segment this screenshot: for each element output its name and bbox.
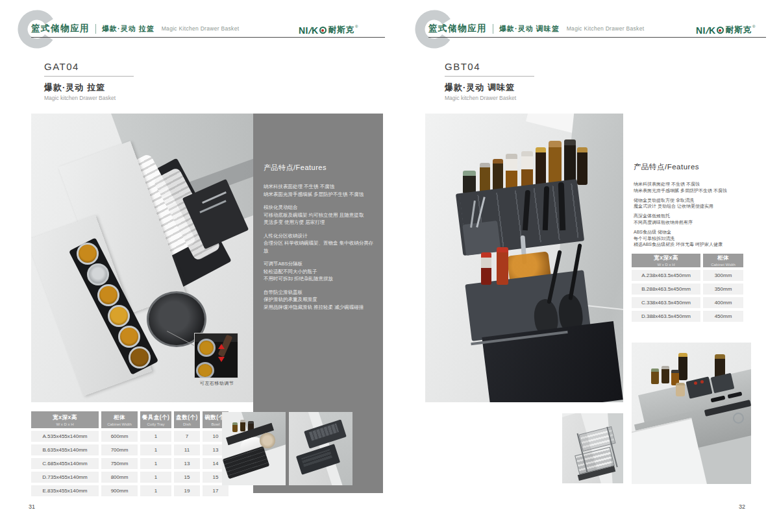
- table-header-cell: 宽x深x高W x D x H: [31, 411, 99, 428]
- right-product-block: GBT04 爆款·灵动 调味篮 Magic kitchen Drawer Bas…: [445, 61, 534, 101]
- logo-chinese-name: 耐斯克: [726, 25, 752, 36]
- product-name-en: Magic kitchen Drawer Basket: [445, 95, 534, 101]
- right-main-product-photo: [425, 114, 623, 402]
- spice-jar-shape: [676, 383, 685, 396]
- bottle-shape: [232, 422, 238, 432]
- table-cell: 350mm: [703, 284, 743, 295]
- feature-line: 保护滑轨的承重及顺滑度: [264, 296, 375, 304]
- left-product-block: GAT04 爆款·灵动 拉篮 Magic kitchen Drawer Bask…: [44, 61, 134, 101]
- product-name-en: Magic kitchen Drawer Basket: [44, 95, 134, 101]
- registered-mark: ®: [355, 25, 358, 29]
- right-spec-table: 宽x深x高W x D x H 柜体Cabinet Width A.238x463…: [632, 254, 743, 322]
- feature-line: 合理分区 科学收纳碗碟架、置物盒 集中收纳分类存放: [264, 239, 375, 254]
- table-header-cell: 柜体Cabinet Width: [101, 411, 138, 428]
- table-row: B.635x455x140mm 700mm 1 11 13: [31, 444, 229, 455]
- table-header-cell: 宽x深x高W x D x H: [632, 254, 700, 267]
- table-cell: 300mm: [703, 270, 743, 281]
- table-cell: 900mm: [101, 485, 138, 496]
- feature-line: 纳米表面光滑手感细腻 多层防护不生锈 不腐蚀: [264, 191, 375, 199]
- left-spec-table: 宽x深x高W x D x H 柜体Cabinet Width 餐具盒(个)Cut…: [31, 411, 229, 496]
- table-cell: C.338x463.5x450mm: [632, 297, 700, 308]
- feature-line: 不同高度调味瓶收纳井然有序: [634, 219, 767, 226]
- logo-o-reddot-icon: [717, 27, 724, 34]
- features-title: 产品特点/Features: [634, 162, 767, 172]
- header-rule: [31, 37, 385, 38]
- feature-line: 储物盒灵动提取方便 拿取清洗: [634, 197, 767, 204]
- bottle-shape: [577, 147, 587, 185]
- table-cell: 17: [203, 485, 229, 496]
- table-row: B.288x463.5x450mm 350mm: [632, 284, 743, 295]
- feature-line: 轻松适配不同大小的瓶子: [264, 268, 375, 276]
- table-cell: 1: [140, 444, 171, 455]
- table-header-row: 宽x深x高W x D x H 柜体Cabinet Width 餐具盒(个)Cut…: [31, 411, 229, 428]
- table-cell: D.388x463.5x450mm: [632, 311, 700, 322]
- feature-line: 魔盒式设计 灵动组合 让收纳更便捷实用: [634, 203, 767, 210]
- feature-line: 模块化灵动组合: [264, 204, 375, 212]
- table-header-row: 宽x深x高W x D x H 柜体Cabinet Width: [632, 254, 743, 267]
- feature-group: 自带防尘滑轨盖板 保护滑轨的承重及顺滑度 采用品牌缓冲隐藏滑轨 推拉轻柔 减少碗…: [264, 289, 375, 311]
- series-title: 爆款·灵动 调味篮: [499, 24, 560, 34]
- table-header-cell: 餐具盒(个)Cutly Tray: [140, 411, 171, 428]
- feature-line: 自带防尘滑轨盖板: [264, 289, 375, 296]
- table-header-cell: 盘数(个)Dish: [174, 411, 200, 428]
- table-cell: 1: [140, 431, 171, 442]
- table-cell: 1: [140, 458, 171, 469]
- table-cell: A.535x455x140mm: [31, 431, 99, 442]
- table-cell: B.635x455x140mm: [31, 444, 99, 455]
- feature-line: 灵活多变 使用方便 居家打理: [264, 219, 375, 226]
- series-title-en: Magic Kitchen Drawer Basket: [567, 25, 645, 32]
- feature-group: 高深盒体低矮瓶托 不同高度调味瓶收纳井然有序: [634, 213, 767, 226]
- feature-line: 不用时可拆卸 拒绝杂乱随意摆放: [264, 275, 375, 283]
- bottle-shape: [678, 353, 687, 380]
- left-page-header: 篮式储物应用 爆款·灵动 拉篮 Magic Kitchen Drawer Bas…: [31, 23, 239, 34]
- red-cap-shape: [694, 381, 697, 385]
- category-title: 篮式储物应用: [31, 23, 90, 34]
- product-code: GAT04: [44, 61, 134, 72]
- nisko-brand-logo: NI/K 耐斯克 ®: [696, 25, 755, 36]
- table-cell: 750mm: [101, 458, 138, 469]
- table-cell: 13: [174, 458, 200, 469]
- feature-group: 模块化灵动组合 可移动底板及碗碟架 均可独立使用 且随意提取 灵活多变 使用方便…: [264, 204, 375, 226]
- logo-letters-ni: NI: [299, 25, 308, 36]
- catalog-spread: 篮式储物应用 爆款·灵动 拉篮 Magic Kitchen Drawer Bas…: [0, 0, 779, 532]
- feature-group: 纳米科技表面处理 不生锈 不腐蚀 纳米表面光滑手感细腻 多层防护不生锈 不腐蚀: [264, 183, 375, 198]
- table-row: C.338x463.5x450mm 400mm: [632, 297, 743, 308]
- bottle-shape: [481, 252, 491, 285]
- wire-basket-shape: [223, 446, 270, 479]
- table-cell: 400mm: [703, 297, 743, 308]
- nisko-brand-logo: NI/K 耐斯克 ®: [299, 25, 358, 36]
- arrow-down-icon: [218, 357, 225, 362]
- red-cap-shape: [700, 380, 704, 383]
- bowl-shape: [108, 305, 130, 327]
- category-title: 篮式储物应用: [428, 23, 487, 34]
- table-cell: 11: [174, 444, 200, 455]
- bowl-shape: [118, 326, 140, 348]
- table-cell: 1: [140, 485, 171, 496]
- bottle-shape: [497, 247, 508, 285]
- table-header-cell: 柜体Cabinet Width: [703, 254, 743, 267]
- table-cell: C.685x455x140mm: [31, 458, 99, 469]
- bottle-shape: [662, 366, 669, 383]
- left-detail-inset-photo: [195, 333, 238, 378]
- table-cell: 15: [174, 472, 200, 483]
- feature-group: 纳米科技表面处理 不生锈 不腐蚀 纳米表面光滑手感细腻 多层防护不生锈 不腐蚀: [634, 181, 767, 194]
- page-number: 31: [29, 503, 35, 510]
- right-page-header: 篮式储物应用 爆款·灵动 调味篮 Magic Kitchen Drawer Ba…: [428, 23, 644, 34]
- feature-line: 每个可单独拆卸清洗: [634, 236, 767, 242]
- feature-group: 人性化分区收纳设计 合理分区 科学收纳碗碟架、置物盒 集中收纳分类存放: [264, 232, 375, 255]
- logo-letters-ni: NI: [696, 25, 706, 36]
- features-title: 产品特点/Features: [264, 163, 375, 173]
- feature-group: ABS食品级 储物盒 每个可单独拆卸清洗 精选ABS食品级材质 环保无毒 呵护家…: [634, 229, 767, 248]
- header-rule: [428, 37, 766, 38]
- feature-line: 纳米科技表面处理 不生锈 不腐蚀: [264, 183, 375, 191]
- product-name: 爆款·灵动 拉篮: [44, 82, 134, 93]
- table-cell: 600mm: [101, 431, 138, 442]
- feature-line: 采用品牌缓冲隐藏滑轨 推拉轻柔 减少碗碟碰撞: [264, 304, 375, 311]
- right-features: 产品特点/Features 纳米科技表面处理 不生锈 不腐蚀 纳米表面光滑手感细…: [634, 162, 767, 251]
- bottle-shape: [506, 154, 517, 191]
- series-title-en: Magic Kitchen Drawer Basket: [162, 25, 240, 32]
- table-row: D.388x463.5x450mm 450mm: [632, 311, 743, 322]
- table-cell: E.835x455x140mm: [31, 485, 99, 496]
- product-code-underline: [44, 76, 134, 77]
- left-thumb-photo-1: [222, 412, 286, 485]
